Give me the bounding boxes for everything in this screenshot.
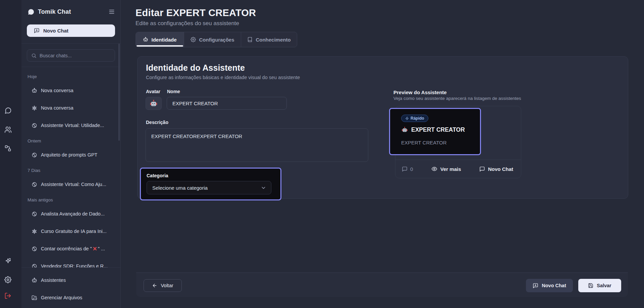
chat-item[interactable]: Contar ocorrências de " " ... <box>27 242 115 255</box>
rail-workflow-icon[interactable] <box>4 145 12 152</box>
speed-badge-label: Rápido <box>411 116 424 121</box>
chat-item[interactable]: Assistente Virtual: Utilidade... <box>27 119 115 132</box>
tab-label: Identidade <box>151 37 176 43</box>
chat-item-label: Vendedor SDR: Funções e R... <box>41 263 108 267</box>
message-plus-icon <box>533 283 538 289</box>
page-subtitle: Edite as configurações do seu assistente <box>136 20 239 27</box>
card-subtitle: Configure as informações básicas e ident… <box>146 75 300 80</box>
openai-icon <box>32 229 37 234</box>
name-input[interactable] <box>167 97 287 110</box>
speed-badge: Rápido <box>401 115 428 122</box>
chat-item[interactable]: Arquiteto de prompts GPT <box>27 148 115 162</box>
category-highlight: Categoria Selecione uma categoria <box>140 168 281 200</box>
tab-conhecimento[interactable]: Conhecimento <box>241 32 297 47</box>
section-label-ontem: Ontem <box>27 137 115 144</box>
chat-item[interactable]: Nova conversa <box>27 101 115 115</box>
red-x-icon <box>93 246 97 251</box>
avatar-picker[interactable] <box>146 97 162 110</box>
new-chat-button[interactable]: Novo Chat <box>526 279 573 292</box>
sidebar-new-chat-button[interactable]: Novo Chat <box>27 24 115 37</box>
preview-highlight: Rápido EXPERT CREATOR EXPERT CREATOR <box>389 108 481 155</box>
chat-item-label: Analista Avançado de Dado... <box>41 211 105 217</box>
chat-item-label-prefix: Contar ocorrências de " <box>41 246 92 251</box>
brain-icon <box>32 211 37 217</box>
sidebar-footer: Assistentes Gerenciar Arquivos <box>21 267 120 304</box>
back-button[interactable]: Voltar <box>144 279 182 292</box>
rail-chat-icon[interactable] <box>4 107 12 114</box>
action-bar: Voltar Novo Chat Salvar <box>136 272 628 297</box>
icon-rail <box>0 0 21 308</box>
openai-icon <box>32 105 37 111</box>
sidebar-item-label: Gerenciar Arquivos <box>41 295 82 300</box>
app-window: Tomik Chat Novo Chat Hoje Nova conversa … <box>0 0 644 308</box>
rail-settings-icon[interactable] <box>4 276 12 284</box>
tab-label: Conhecimento <box>256 37 290 43</box>
search-box[interactable] <box>27 49 115 62</box>
message-icon <box>402 166 408 172</box>
rail-sparkles-icon[interactable] <box>4 257 12 265</box>
category-select-value: Selecione uma categoria <box>152 185 208 191</box>
save-label: Salvar <box>597 283 611 288</box>
robot-avatar-icon <box>401 126 408 133</box>
zap-icon <box>405 117 409 120</box>
chat-item-label: Arquiteto de prompts GPT <box>41 152 97 158</box>
sidebar-item-assistentes[interactable]: Assistentes <box>27 273 115 287</box>
back-label: Voltar <box>161 283 173 288</box>
chat-item[interactable]: Vendedor SDR: Funções e R... <box>27 259 115 267</box>
bot-icon <box>32 88 37 94</box>
sidebar-collapse-icon[interactable] <box>108 8 115 15</box>
sidebar: Tomik Chat Novo Chat Hoje Nova conversa … <box>21 0 121 308</box>
chat-count-value: 0 <box>410 166 413 172</box>
brain-icon <box>32 263 37 268</box>
bot-icon <box>143 37 148 42</box>
description-textarea[interactable]: EXPERT CREATOREXPERT CREATOR <box>146 128 368 162</box>
arrow-left-icon <box>152 283 157 288</box>
tab-configuracoes[interactable]: Configurações <box>184 32 241 47</box>
preview-assistant-name: EXPERT CREATOR <box>401 126 465 133</box>
save-button[interactable]: Salvar <box>578 279 621 292</box>
brain-icon <box>32 123 37 128</box>
chat-item[interactable]: Analista Avançado de Dado... <box>27 207 115 221</box>
save-icon <box>588 283 593 288</box>
chat-item[interactable]: Nova conversa <box>27 84 115 97</box>
chat-list: Hoje Nova conversa Nova conversa Assiste… <box>21 67 120 267</box>
section-label-mais-antigos: Mais antigos <box>27 196 115 203</box>
preview-card-footer: 0 Ver mais Novo Chat <box>395 160 521 178</box>
preview-new-chat-button[interactable]: Novo Chat <box>479 166 513 172</box>
card-title: Identidade do Assistente <box>146 63 245 73</box>
folder-icon <box>32 295 37 301</box>
rail-users-icon[interactable] <box>4 126 12 133</box>
preview-assistant-description: EXPERT CREATOR <box>401 140 447 145</box>
chat-item-label-suffix: " ... <box>98 246 105 251</box>
chat-item[interactable]: Assistente Virtual: Como Aju... <box>27 178 115 191</box>
robot-avatar-icon <box>149 99 158 108</box>
category-label: Categoria <box>147 173 168 178</box>
sidebar-header: Tomik Chat <box>28 7 115 17</box>
chat-item-label: Nova conversa <box>41 105 73 111</box>
search-icon <box>31 53 37 58</box>
app-logo-icon <box>28 8 35 15</box>
chat-item[interactable]: Curso Gratuito de IA para Ini... <box>27 225 115 238</box>
bot-icon <box>32 278 37 283</box>
section-label-7dias: 7 Dias <box>27 167 115 174</box>
chat-item-label: Nova conversa <box>41 88 73 93</box>
sidebar-item-label: Assistentes <box>41 278 66 283</box>
preview-new-chat-label: Novo Chat <box>488 166 513 172</box>
sidebar-item-gerenciar-arquivos[interactable]: Gerenciar Arquivos <box>27 291 115 304</box>
preview-assistant-name-text: EXPERT CREATOR <box>411 126 465 133</box>
brain-icon <box>32 246 37 252</box>
rail-logout-icon[interactable] <box>4 292 12 300</box>
tab-label: Configurações <box>199 37 234 43</box>
category-select[interactable]: Selecione uma categoria <box>147 181 271 194</box>
sidebar-scrollbar[interactable] <box>118 44 120 141</box>
name-label: Nome <box>167 89 180 94</box>
eye-icon <box>431 166 437 172</box>
message-square-icon <box>479 166 485 172</box>
chat-item-label: Assistente Virtual: Como Aju... <box>41 182 106 187</box>
search-input[interactable] <box>40 53 111 58</box>
tab-identidade[interactable]: Identidade <box>136 32 184 47</box>
chat-count: 0 <box>402 166 413 172</box>
see-more-button[interactable]: Ver mais <box>431 166 461 172</box>
description-label: Descrição <box>146 120 168 125</box>
app-title: Tomik Chat <box>38 8 71 15</box>
